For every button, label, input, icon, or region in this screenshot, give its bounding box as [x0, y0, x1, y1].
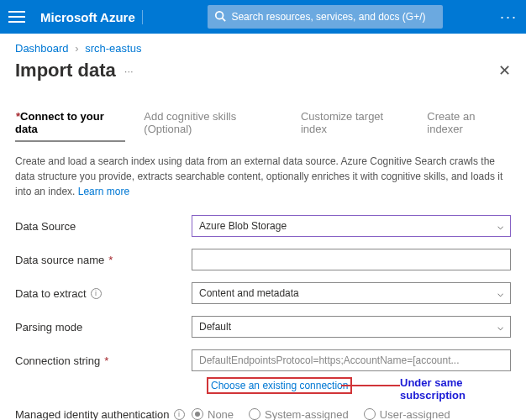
- tab-indexer[interactable]: Create an indexer: [427, 110, 511, 142]
- top-bar: Microsoft Azure ···: [0, 0, 526, 34]
- info-icon[interactable]: i: [174, 409, 185, 420]
- annotation-text: Under same subscription: [400, 376, 511, 402]
- tab-customize[interactable]: Customize target index: [301, 110, 408, 142]
- breadcrumb-resource[interactable]: srch-eastus: [85, 42, 141, 55]
- menu-icon[interactable]: [8, 8, 25, 25]
- managed-identity-label: Managed identity authenticationi: [15, 408, 192, 421]
- search-input[interactable]: [208, 5, 443, 29]
- connection-string-label: Connection string*: [15, 354, 192, 367]
- radio-none[interactable]: None: [192, 408, 234, 421]
- learn-more-link[interactable]: Learn more: [78, 186, 129, 197]
- form: Data Source Azure Blob Storage⌵ Data sou…: [0, 214, 526, 420]
- chevron-down-icon: ⌵: [497, 321, 503, 333]
- choose-existing-link[interactable]: Choose an existing connection: [207, 377, 352, 394]
- breadcrumb-dashboard[interactable]: Dashboard: [15, 42, 69, 55]
- chevron-down-icon: ⌵: [497, 220, 503, 232]
- page-title: Import data: [15, 60, 116, 81]
- data-to-extract-select[interactable]: Content and metadata⌵: [192, 282, 511, 304]
- managed-identity-radios: None System-assigned User-assigned: [192, 408, 511, 421]
- chevron-right-icon: ›: [75, 42, 78, 55]
- connection-string-input[interactable]: DefaultEndpointsProtocol=https;AccountNa…: [192, 349, 511, 371]
- data-source-name-input[interactable]: [192, 249, 511, 270]
- data-source-select[interactable]: Azure Blob Storage⌵: [192, 215, 511, 237]
- more-icon[interactable]: ···: [500, 8, 518, 26]
- data-to-extract-label: Data to extracti: [15, 287, 192, 300]
- description: Create and load a search index using dat…: [0, 142, 526, 214]
- info-icon[interactable]: i: [91, 288, 102, 299]
- annotation-line: [341, 385, 400, 386]
- chevron-down-icon: ⌵: [497, 287, 503, 299]
- brand-label: Microsoft Azure: [40, 10, 143, 24]
- tab-connect[interactable]: *Connect to your data: [15, 110, 125, 142]
- tab-bar: *Connect to your data Add cognitive skil…: [0, 110, 526, 142]
- breadcrumb: Dashboard › srch-eastus: [0, 34, 526, 55]
- svg-point-0: [216, 12, 224, 19]
- title-more-icon[interactable]: ···: [124, 65, 134, 77]
- radio-system[interactable]: System-assigned: [249, 408, 349, 421]
- parsing-mode-label: Parsing mode: [15, 321, 192, 333]
- data-source-label: Data Source: [15, 220, 192, 233]
- svg-line-1: [223, 18, 226, 22]
- radio-user[interactable]: User-assigned: [364, 408, 450, 421]
- title-bar: Import data ··· ✕: [0, 55, 526, 95]
- parsing-mode-select[interactable]: Default⌵: [192, 316, 511, 338]
- tab-cognitive[interactable]: Add cognitive skills (Optional): [144, 110, 282, 142]
- data-source-name-label: Data source name*: [15, 254, 192, 266]
- close-icon[interactable]: ✕: [498, 61, 511, 80]
- search-icon: [214, 10, 226, 24]
- search-box[interactable]: [208, 5, 443, 29]
